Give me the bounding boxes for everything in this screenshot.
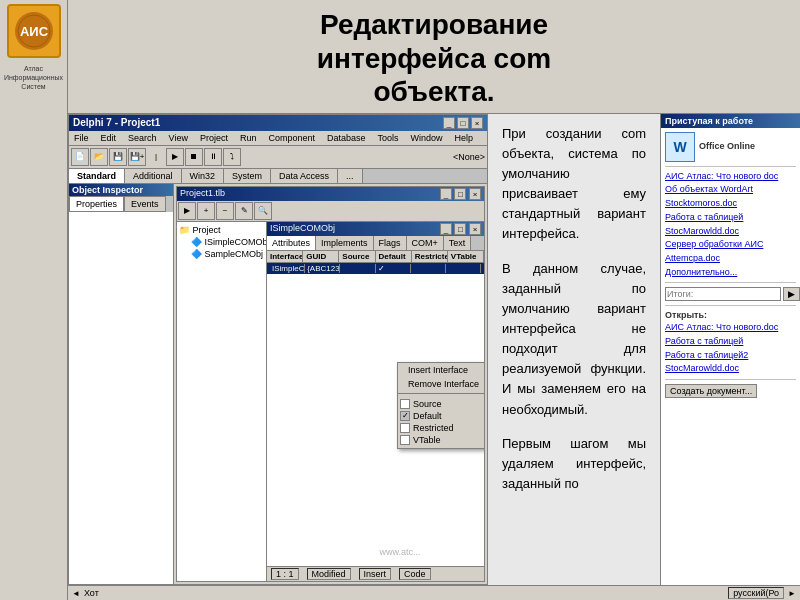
menu-edit[interactable]: Edit [98, 132, 120, 144]
com-minimize[interactable]: _ [440, 223, 452, 235]
tab-more[interactable]: ... [338, 169, 363, 183]
toolbar-new[interactable]: 📄 [71, 148, 89, 166]
col-default: Default [376, 251, 412, 262]
check-source-box[interactable] [400, 399, 410, 409]
ms-link-6[interactable]: Сервер обработки АИС [665, 239, 796, 251]
toolbar-save-all[interactable]: 💾+ [128, 148, 146, 166]
minimize-button[interactable]: _ [443, 117, 455, 129]
pw-btn2[interactable]: + [197, 202, 215, 220]
menu-tools[interactable]: Tools [375, 132, 402, 144]
com-header-row: Interface GUID Source Default Restricted… [267, 251, 484, 263]
toolbar-run[interactable]: ▶ [166, 148, 184, 166]
oi-tab-properties[interactable]: Properties [69, 196, 124, 212]
check-vtable-box[interactable] [400, 435, 410, 445]
menu-run[interactable]: Run [237, 132, 260, 144]
ms-open-2[interactable]: Работа с таблицей [665, 336, 796, 348]
com-tab-implements[interactable]: Implements [316, 236, 374, 250]
col-restricted: Restricted [412, 251, 448, 262]
pw-btn5[interactable]: 🔍 [254, 202, 272, 220]
bottom-arrow-left[interactable]: ◄ [72, 589, 80, 598]
ms-open-3[interactable]: Работа с таблицей2 [665, 350, 796, 362]
pw-win-buttons: _ □ × [440, 188, 481, 200]
project-tree: 📁 Project 🔷 ISimpleCOMObj 🔷 SampleCMObj [177, 222, 267, 581]
menu-view[interactable]: View [166, 132, 191, 144]
menu-window[interactable]: Window [408, 132, 446, 144]
tree-item-sample[interactable]: 🔷 SampleCMObj [191, 248, 264, 260]
ms-link-5[interactable]: StocMarowldd.doc [665, 226, 796, 238]
bottom-arrow-right[interactable]: ► [788, 589, 796, 598]
com-tab-com-plus[interactable]: COM+ [407, 236, 444, 250]
close-button[interactable]: × [471, 117, 483, 129]
check-restricted-box[interactable] [400, 423, 410, 433]
tab-additional[interactable]: Additional [125, 169, 182, 183]
pw-maximize[interactable]: □ [454, 188, 466, 200]
toolbar-separator: | [147, 148, 165, 166]
oi-tabs: Properties Events [69, 196, 173, 212]
com-close[interactable]: × [469, 223, 481, 235]
menu-help[interactable]: Help [452, 132, 477, 144]
com-selected-row[interactable]: ISimpleCOMObj {ABC123...} ✓ [267, 263, 484, 274]
tree-item-isimple[interactable]: 🔷 ISimpleCOMObj [191, 236, 264, 248]
tree-item-project[interactable]: 📁 Project [179, 224, 264, 236]
ms-link-1[interactable]: АИС Атлас: Что нового doc [665, 171, 796, 183]
ms-link-4[interactable]: Работа с таблицей [665, 212, 796, 224]
status-mode: Modified [307, 568, 351, 580]
com-tab-attributes[interactable]: Attributes [267, 236, 316, 250]
menu-component[interactable]: Component [265, 132, 318, 144]
tab-system[interactable]: System [224, 169, 271, 183]
check-restricted[interactable]: Restricted [400, 422, 484, 434]
toolbar-open[interactable]: 📂 [90, 148, 108, 166]
check-default-label: Default [413, 411, 442, 421]
com-cell-source [340, 264, 375, 273]
com-context-menu: Insert Interface Remove Interface Source [397, 362, 484, 449]
ide-menubar: File Edit Search View Project Run Compon… [69, 131, 487, 146]
main-area: Редактирование интерфейса com объекта. D… [68, 0, 800, 600]
maximize-button[interactable]: □ [457, 117, 469, 129]
pw-btn3[interactable]: − [216, 202, 234, 220]
oi-tab-events[interactable]: Events [124, 196, 166, 212]
ms-open-1[interactable]: АИС Атлас: Что нового.doc [665, 322, 796, 334]
ms-link-7[interactable]: Attemсра.doc [665, 253, 796, 265]
ms-link-3[interactable]: Stocktomoros.doc [665, 198, 796, 210]
ide-titlebar: Delphi 7 - Project1 _ □ × [69, 115, 487, 131]
ms-panel-title: Приступая к работе [665, 116, 753, 126]
ms-search-input[interactable] [665, 287, 781, 301]
menu-search[interactable]: Search [125, 132, 160, 144]
menu-project[interactable]: Project [197, 132, 231, 144]
text-paragraph2: В данном случае, заданный по умолчанию в… [502, 259, 646, 420]
pw-btn4[interactable]: ✎ [235, 202, 253, 220]
pw-close[interactable]: × [469, 188, 481, 200]
ide-titlebar-buttons: _ □ × [443, 117, 483, 129]
com-tab-flags[interactable]: Flags [374, 236, 407, 250]
toolbar-save[interactable]: 💾 [109, 148, 127, 166]
oi-titlebar: Object Inspector [69, 184, 173, 196]
ms-link-more[interactable]: Дополнительно... [665, 267, 796, 279]
tab-win32[interactable]: Win32 [182, 169, 225, 183]
menu-database[interactable]: Database [324, 132, 369, 144]
check-default[interactable]: ✓ Default [400, 410, 484, 422]
toolbar-none-label: <None> [453, 152, 485, 162]
pw-btn1[interactable]: ▶ [178, 202, 196, 220]
menu-file[interactable]: File [71, 132, 92, 144]
ide-body: Object Inspector Properties Events [69, 184, 487, 584]
com-tab-text[interactable]: Text [444, 236, 472, 250]
toolbar-pause[interactable]: ⏸ [204, 148, 222, 166]
ctx-insert-interface[interactable]: Insert Interface [398, 363, 484, 377]
col-source: Source [339, 251, 375, 262]
toolbar-step[interactable]: ⤵ [223, 148, 241, 166]
tab-data-access[interactable]: Data Access [271, 169, 338, 183]
ide-window: Delphi 7 - Project1 _ □ × File Edit Sear… [68, 114, 488, 585]
ms-create-button[interactable]: Создать документ... [665, 384, 757, 398]
ms-open-4[interactable]: StocMarowldd.doc [665, 363, 796, 375]
pw-minimize[interactable]: _ [440, 188, 452, 200]
check-default-box[interactable]: ✓ [400, 411, 410, 421]
com-maximize[interactable]: □ [454, 223, 466, 235]
check-source[interactable]: Source [400, 398, 484, 410]
tab-standard[interactable]: Standard [69, 169, 125, 183]
ms-search-button[interactable]: ▶ [783, 287, 800, 301]
check-vtable[interactable]: VTable [400, 434, 484, 446]
toolbar-stop[interactable]: ⏹ [185, 148, 203, 166]
ms-link-2[interactable]: Об объектах WordArt [665, 184, 796, 196]
pw-toolbar: ▶ + − ✎ 🔍 [177, 201, 484, 222]
ctx-remove-interface[interactable]: Remove Interface [398, 377, 484, 391]
